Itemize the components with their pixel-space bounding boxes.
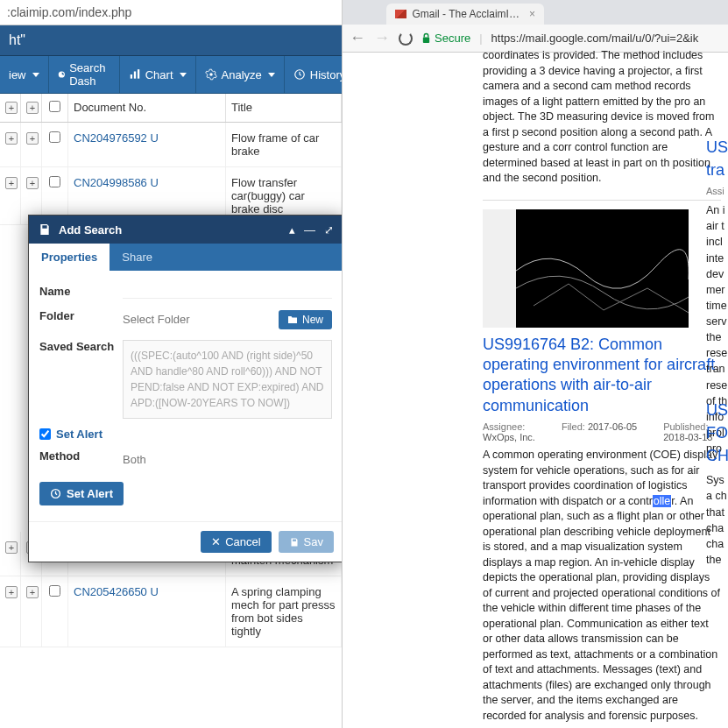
tab-share[interactable]: Share xyxy=(110,244,165,271)
tab-properties[interactable]: Properties xyxy=(29,244,110,271)
close-icon: ✕ xyxy=(211,535,221,548)
plus-icon[interactable]: + xyxy=(5,132,18,145)
side-title[interactable]: US FO CH xyxy=(706,399,728,467)
set-alert-checkbox[interactable] xyxy=(39,428,51,440)
patent-meta: Assignee:WxOps, Inc. Filed: 2017-06-05 P… xyxy=(483,421,721,442)
col-title[interactable]: Title xyxy=(226,94,342,122)
acclaimip-window: :claimip.com/index.php ht" iew Search Da… xyxy=(0,0,342,728)
svg-point-3 xyxy=(209,73,213,76)
dashboard-icon xyxy=(58,68,66,81)
history-icon xyxy=(293,68,306,81)
chart-icon xyxy=(129,68,141,81)
set-alert-label: Set Alert xyxy=(56,428,102,441)
folder-select[interactable]: Select Folder xyxy=(123,309,272,329)
name-label: Name xyxy=(39,285,123,298)
cancel-button[interactable]: ✕ Cancel xyxy=(201,531,271,553)
abstract-text: coordinates is provided. The method incl… xyxy=(483,48,721,187)
chrome-window: Gmail - The AcclaimIP.co × ← → Secure | … xyxy=(342,0,728,728)
chevron-down-icon xyxy=(32,73,39,77)
set-alert-checkbox-row[interactable]: Set Alert xyxy=(39,424,332,444)
email-body: coordinates is provided. The method incl… xyxy=(343,48,728,728)
tab-title: Gmail - The AcclaimIP.co xyxy=(412,8,524,20)
maximize-icon[interactable]: ⤢ xyxy=(324,223,334,237)
table-row[interactable]: ++CN205426650 UA spring clamping mech fo… xyxy=(0,576,342,647)
document-link[interactable]: CN204998586 U xyxy=(74,176,159,189)
secure-badge[interactable]: Secure xyxy=(421,32,470,45)
plus-icon[interactable]: + xyxy=(26,132,39,145)
minimize-icon[interactable]: ▴ xyxy=(289,223,295,237)
patent-abstract: A common operating environment (COE) dis… xyxy=(483,448,721,724)
save-icon xyxy=(289,537,300,548)
expand-all[interactable]: + xyxy=(0,94,21,122)
save-button[interactable]: Sav xyxy=(279,531,334,553)
search-dash-button[interactable]: Search Dash xyxy=(49,56,120,93)
new-folder-button[interactable]: New xyxy=(279,310,332,329)
restore-icon[interactable]: — xyxy=(304,223,315,237)
set-alert-button[interactable]: Set Alert xyxy=(39,482,124,505)
patent-card: US9916764 B2: Common operating environme… xyxy=(483,200,721,724)
modal-header[interactable]: Add Search ▴ — ⤢ xyxy=(29,216,343,244)
analyze-menu[interactable]: Analyze xyxy=(196,56,285,93)
document-link[interactable]: CN204976592 U xyxy=(74,131,159,145)
side-title[interactable]: US tra xyxy=(706,136,728,181)
back-button[interactable]: ← xyxy=(350,29,365,47)
omnibox[interactable]: https://mail.google.com/mail/u/0/?ui=2&i… xyxy=(491,32,699,45)
svg-rect-1 xyxy=(134,72,136,79)
method-label: Method xyxy=(39,449,123,463)
patent-thumbnail[interactable] xyxy=(483,209,689,328)
gmail-icon xyxy=(395,10,406,18)
plus-icon[interactable]: + xyxy=(26,177,39,189)
plus-icon[interactable]: + xyxy=(26,586,39,598)
lock-icon xyxy=(421,32,431,44)
save-icon xyxy=(38,223,52,237)
row-checkbox[interactable] xyxy=(49,131,60,143)
saved-search-text[interactable]: (((SPEC:(auto^100 AND (right side)^50 AN… xyxy=(123,340,332,419)
modal-title: Add Search xyxy=(59,223,122,237)
row-title: A spring clamping mech for part presss f… xyxy=(226,576,342,647)
browser-tab[interactable]: Gmail - The AcclaimIP.co × xyxy=(386,4,544,25)
page-title-bar: ht" xyxy=(0,25,342,56)
clock-icon xyxy=(50,488,61,499)
table-row[interactable]: ++CN204976592 UFlow frame of car brake xyxy=(0,123,342,167)
plus-icon[interactable]: + xyxy=(5,586,18,598)
plus-icon[interactable]: + xyxy=(5,177,18,189)
tab-strip: Gmail - The AcclaimIP.co × xyxy=(343,0,728,25)
patent-title-link[interactable]: US9916764 B2: Common operating environme… xyxy=(483,335,721,417)
document-link[interactable]: CN205426650 U xyxy=(74,585,159,598)
svg-rect-7 xyxy=(516,209,689,328)
folder-label: Folder xyxy=(39,309,123,322)
address-bar-left[interactable]: :claimip.com/index.php xyxy=(0,0,342,25)
row-checkbox[interactable] xyxy=(49,585,60,597)
add-search-modal: Add Search ▴ — ⤢ Properties Share Name F… xyxy=(28,215,343,562)
search-highlight: olle xyxy=(653,495,671,507)
select-all-checkbox[interactable] xyxy=(42,94,68,122)
plus-icon: + xyxy=(26,102,39,114)
sidebar-patent-cut: US FO CH Sys a ch that cha cha the xyxy=(706,399,728,568)
row-title: Flow frame of car brake xyxy=(226,123,342,166)
method-value: Both xyxy=(123,453,146,466)
toolbar: iew Search Dash Chart Analyze History xyxy=(0,56,342,94)
folder-icon xyxy=(287,315,298,324)
method-select[interactable]: Both xyxy=(123,449,332,470)
chevron-down-icon xyxy=(268,73,275,77)
col-document-no[interactable]: Document No. xyxy=(68,94,226,122)
modal-tabs: Properties Share xyxy=(29,244,343,271)
expand-col: + xyxy=(21,94,42,122)
close-tab-icon[interactable]: × xyxy=(529,8,535,20)
chevron-down-icon xyxy=(180,73,187,77)
grid-header: + + Document No. Title xyxy=(0,94,342,123)
svg-rect-6 xyxy=(423,38,429,43)
name-input[interactable] xyxy=(123,285,332,299)
svg-rect-0 xyxy=(130,74,131,79)
plus-icon: + xyxy=(5,102,18,114)
forward-button[interactable]: → xyxy=(374,29,390,47)
chart-menu[interactable]: Chart xyxy=(120,56,196,93)
row-checkbox[interactable] xyxy=(49,176,60,187)
folder-placeholder: Select Folder xyxy=(123,313,190,326)
view-menu[interactable]: iew xyxy=(0,56,49,93)
saved-search-label: Saved Search xyxy=(39,340,123,353)
reload-button[interactable] xyxy=(399,32,413,46)
gear-icon xyxy=(205,68,217,81)
plus-icon[interactable]: + xyxy=(5,541,18,554)
svg-rect-2 xyxy=(138,69,139,79)
